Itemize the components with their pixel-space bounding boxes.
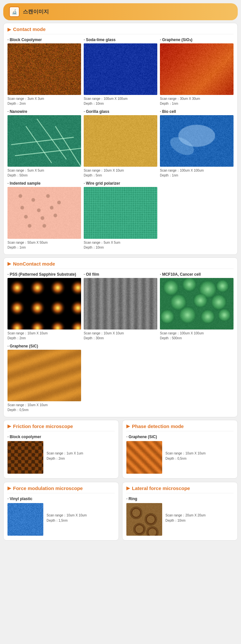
phase-detection-item-label: · Graphene (SiC) xyxy=(126,435,234,439)
item-label: Oil film xyxy=(84,272,157,277)
list-item: Nanowire Scan range：5um X 5um Depth：50nm xyxy=(7,109,81,178)
scan-info: Scan range：30um X 30um Depth：1nm xyxy=(160,96,234,106)
friction-force-item-label: · Block copolymer xyxy=(7,435,115,439)
bottom-sections-grid: ▶ Friction force microscope · Block copo… xyxy=(3,420,238,541)
scan-image xyxy=(84,115,157,167)
header-bar: 🔬 스캔이미지 xyxy=(3,3,238,20)
scan-image xyxy=(7,43,81,95)
item-label: Wire grid polarizer xyxy=(84,181,157,186)
lateral-force-item-label: · Ring xyxy=(126,497,234,501)
force-modulation-title: Force modulation microscope xyxy=(13,485,83,491)
scan-info: Scan range：10um X 10um Depth：5nm xyxy=(84,168,157,178)
scan-image xyxy=(84,278,157,330)
list-item: Oil film Scan range：10um X 10um Depth：30… xyxy=(84,272,157,341)
list-item: Graphene (SiC) Scan range：10um X 10um De… xyxy=(7,344,81,412)
scan-image xyxy=(7,187,81,238)
phase-detection-title: Phase detection mode xyxy=(132,423,184,429)
scan-info: Scan range：100um X 100um Depth：10nm xyxy=(84,96,157,106)
item-label: Block Copolymer xyxy=(7,38,81,42)
scan-info: Scan range：10um X 10um Depth：1,5nm xyxy=(47,503,87,523)
noncontact-mode-title: NonContact mode xyxy=(13,261,55,267)
scan-image xyxy=(7,503,43,536)
force-modulation-section: ▶ Force modulation microscope · Vinyl pl… xyxy=(3,482,119,541)
list-item: Soda-lime glass Scan range：100um X 100um… xyxy=(84,38,157,106)
scan-info: Scan range：3um X 3um Depth：2nm xyxy=(7,96,81,106)
friction-force-header: ▶ Friction force microscope xyxy=(7,423,115,431)
friction-force-arrow: ▶ xyxy=(7,423,11,429)
contact-mode-header: ▶ Contact mode xyxy=(7,26,234,34)
header-icon: 🔬 xyxy=(9,7,20,17)
scan-image xyxy=(126,503,162,536)
noncontact-mode-arrow: ▶ xyxy=(7,261,11,266)
scan-info: Scan range：5um X 5um Depth：10nm xyxy=(84,240,157,250)
item-label: Graphene (SiC) xyxy=(7,344,81,348)
scan-info: Scan range：10um X 10um Depth：0,5nm xyxy=(7,403,81,412)
force-modulation-arrow: ▶ xyxy=(7,485,11,491)
contact-mode-title: Contact mode xyxy=(13,26,46,32)
scan-image xyxy=(7,115,81,167)
list-item: Graphene (SiO₂) Scan range：30um X 30um D… xyxy=(160,38,234,106)
scan-image xyxy=(7,350,81,401)
scan-image xyxy=(84,187,157,238)
scan-image xyxy=(160,115,234,167)
scan-info: Scan range：1um X 1um Depth：2nm xyxy=(47,441,83,461)
list-item: Indented sample Scan range：50um X 50um D… xyxy=(7,181,81,250)
friction-force-section: ▶ Friction force microscope · Block copo… xyxy=(3,420,119,479)
scan-info: Scan range：20um X 20um Depth：10nm xyxy=(165,503,206,523)
lateral-force-section: ▶ Lateral force microscope · Ring Scan r… xyxy=(122,482,238,541)
scan-info: Scan range：100um X 100um Depth：1nm xyxy=(160,168,234,178)
list-item-empty xyxy=(160,344,234,412)
scan-image xyxy=(7,441,43,474)
scan-info: Scan range：5um X 5um Depth：50nm xyxy=(7,168,81,178)
item-label: Graphene (SiO₂) xyxy=(160,38,234,42)
phase-detection-item: Scan range：10um X 10um Depth：0,5nm xyxy=(126,441,234,474)
scan-info: Scan range：10um X 10um Depth：0,5nm xyxy=(165,441,206,461)
scan-image xyxy=(7,278,81,330)
item-label: Gorilla glass xyxy=(84,109,157,114)
lateral-force-title: Lateral force microscope xyxy=(132,485,190,491)
scan-image xyxy=(160,278,234,330)
list-item: Bio cell Scan range：100um X 100um Depth：… xyxy=(160,109,234,178)
scan-info: Scan range：50um X 50um Depth：1nm xyxy=(7,240,81,250)
list-item-empty xyxy=(160,181,234,250)
contact-mode-section: ▶ Contact mode Block Copolymer Scan rang… xyxy=(3,23,238,255)
list-item-empty xyxy=(84,344,157,412)
phase-detection-arrow: ▶ xyxy=(126,423,130,429)
scan-info: Scan range：100um X 100um Depth：500nm xyxy=(160,331,234,341)
scan-info: Scan range：10um X 10um Depth：2nm xyxy=(7,331,81,341)
scan-image xyxy=(160,43,234,95)
phase-detection-section: ▶ Phase detection mode · Graphene (SiC) … xyxy=(122,420,238,479)
noncontact-mode-header: ▶ NonContact mode xyxy=(7,261,234,269)
force-modulation-item: Scan range：10um X 10um Depth：1,5nm xyxy=(7,503,115,536)
contact-mode-arrow: ▶ xyxy=(7,27,11,32)
item-label: Indented sample xyxy=(7,181,81,186)
friction-force-title: Friction force microscope xyxy=(13,423,73,429)
friction-force-item: Scan range：1um X 1um Depth：2nm xyxy=(7,441,115,474)
item-label: PSS (Patterned Sapphire Substrate) xyxy=(7,272,81,277)
item-label: Nanowire xyxy=(7,109,81,114)
force-modulation-item-label: · Vinyl plastic xyxy=(7,497,115,501)
item-label: Bio cell xyxy=(160,109,234,114)
list-item: PSS (Patterned Sapphire Substrate) Scan … xyxy=(7,272,81,341)
contact-mode-grid: Block Copolymer Scan range：3um X 3um Dep… xyxy=(7,38,234,250)
header-title: 스캔이미지 xyxy=(23,8,49,15)
list-item: MCF10A, Cancer cell Scan range：100um X 1… xyxy=(160,272,234,341)
scan-info: Scan range：10um X 10um Depth：30nm xyxy=(84,331,157,341)
lateral-force-item: Scan range：20um X 20um Depth：10nm xyxy=(126,503,234,536)
lateral-force-arrow: ▶ xyxy=(126,485,130,491)
lateral-force-header: ▶ Lateral force microscope xyxy=(126,485,234,493)
item-label: MCF10A, Cancer cell xyxy=(160,272,234,277)
item-label: Soda-lime glass xyxy=(84,38,157,42)
noncontact-mode-grid: PSS (Patterned Sapphire Substrate) Scan … xyxy=(7,272,234,412)
noncontact-mode-section: ▶ NonContact mode PSS (Patterned Sapphir… xyxy=(3,257,238,417)
phase-detection-header: ▶ Phase detection mode xyxy=(126,423,234,431)
scan-image xyxy=(84,43,157,95)
scan-image xyxy=(126,441,162,474)
force-modulation-header: ▶ Force modulation microscope xyxy=(7,485,115,493)
list-item: Gorilla glass Scan range：10um X 10um Dep… xyxy=(84,109,157,178)
list-item: Wire grid polarizer Scan range：5um X 5um… xyxy=(84,181,157,250)
list-item: Block Copolymer Scan range：3um X 3um Dep… xyxy=(7,38,81,106)
